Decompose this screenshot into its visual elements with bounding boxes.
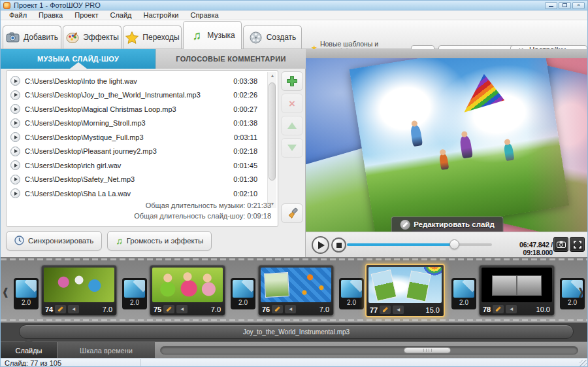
tab-music[interactable]: ♫ Музыка bbox=[183, 21, 242, 49]
remove-track-button[interactable]: × bbox=[281, 94, 303, 113]
volume-effects-button[interactable]: ♫ Громкость и эффекты bbox=[107, 231, 212, 251]
add-track-button[interactable] bbox=[281, 71, 303, 91]
snapshot-camera-icon bbox=[557, 241, 566, 248]
transition-item[interactable]: 2.0 bbox=[14, 278, 39, 309]
clear-list-button[interactable] bbox=[281, 203, 303, 223]
track-path: C:\Users\Desktop\Joy_to_the_World_Instru… bbox=[25, 91, 229, 99]
edit-slide-button[interactable]: Редактировать слайд bbox=[391, 217, 504, 232]
tab-slides[interactable]: Слайды bbox=[1, 342, 57, 358]
tab-create[interactable]: Создать bbox=[243, 26, 302, 49]
track-row[interactable]: C:\Users\Desktop\Joy_to_the_World_Instru… bbox=[10, 88, 267, 102]
play-button[interactable] bbox=[312, 236, 329, 254]
scrollbar-thumb[interactable] bbox=[269, 82, 276, 181]
play-track-icon[interactable] bbox=[10, 76, 20, 86]
menu-settings[interactable]: Настройки bbox=[138, 10, 185, 20]
track-row[interactable]: C:\Users\Desktop\Sha La La.wav0:02:10 bbox=[10, 186, 267, 200]
transition-item[interactable]: 2.0 bbox=[451, 278, 476, 309]
menu-project[interactable]: Проект bbox=[69, 10, 104, 20]
slide-item-76[interactable]: 76 ◄ 7.0 bbox=[258, 265, 334, 316]
track-row[interactable]: C:\Users\Desktop\Into the light.wav0:03:… bbox=[10, 74, 267, 88]
track-row[interactable]: C:\Users\Desktop\rich girl.wav0:01:45 bbox=[10, 158, 267, 172]
menu-slide[interactable]: Слайд bbox=[104, 10, 137, 20]
slide-sound-button[interactable]: ◄ bbox=[285, 305, 296, 313]
tab-add-label: Добавить bbox=[24, 33, 58, 42]
slide-edit-button[interactable] bbox=[55, 305, 66, 313]
total-music-duration: Общая длительность музыки: 0:21:33 bbox=[146, 201, 271, 209]
minimize-button[interactable] bbox=[545, 2, 557, 9]
resize-grip[interactable] bbox=[580, 360, 587, 367]
track-row[interactable]: C:\Users\Desktop\Morning_Stroll.mp30:01:… bbox=[10, 116, 267, 130]
play-track-icon[interactable] bbox=[10, 175, 20, 184]
timeline-next-icon[interactable]: › bbox=[578, 278, 584, 304]
transition-item[interactable]: 2.0 bbox=[231, 278, 255, 309]
play-track-icon[interactable] bbox=[10, 90, 20, 100]
play-track-icon[interactable] bbox=[10, 118, 20, 128]
slide-sound-button[interactable]: ◄ bbox=[393, 306, 404, 314]
slide-edit-button[interactable] bbox=[493, 305, 504, 313]
track-row[interactable]: C:\Users\Desktop\Safety_Net.mp30:01:30 bbox=[10, 173, 267, 186]
fullscreen-button[interactable] bbox=[570, 237, 585, 252]
slide-item-75[interactable]: 75 ◄ 7.0 bbox=[150, 265, 225, 316]
timeline-scrollbar[interactable] bbox=[160, 346, 578, 355]
tab-transitions[interactable]: Переходы bbox=[123, 26, 182, 49]
track-row[interactable]: C:\Users\Desktop\Pleasant journey2.mp30:… bbox=[10, 145, 267, 158]
speaker-icon: ◄ bbox=[71, 307, 76, 312]
slide-sound-button[interactable]: ◄ bbox=[176, 305, 188, 313]
scroll-up-icon[interactable]: ▲ bbox=[268, 72, 277, 80]
play-track-icon[interactable] bbox=[10, 132, 20, 142]
transition-duration: 2.0 bbox=[453, 298, 474, 307]
slide-duration: 7.0 bbox=[103, 306, 114, 313]
tab-add[interactable]: Добавить bbox=[3, 26, 61, 49]
window-title: Проект 1 - ФотоШОУ PRO bbox=[14, 1, 545, 10]
close-button[interactable]: × bbox=[572, 2, 585, 9]
slide-item-74[interactable]: 74 ◄ 7.0 bbox=[41, 265, 117, 316]
status-bar: Слайд: 77 из 105 bbox=[1, 358, 587, 367]
tab-slideshow-music[interactable]: МУЗЫКА СЛАЙД-ШОУ bbox=[1, 49, 155, 69]
track-duration: 0:01:45 bbox=[229, 162, 257, 169]
tab-voice-comments[interactable]: ГОЛОСОВЫЕ КОММЕНТАРИИ bbox=[155, 49, 306, 69]
timeline-scrollbar-thumb[interactable] bbox=[404, 347, 451, 353]
seek-slider[interactable] bbox=[347, 243, 492, 246]
move-track-down-button[interactable] bbox=[281, 138, 303, 158]
slide-edit-button[interactable] bbox=[272, 305, 283, 313]
menu-help[interactable]: Справка bbox=[184, 10, 224, 20]
player-bar: 06:47.842 / 09:18.000 bbox=[306, 232, 588, 257]
play-track-icon[interactable] bbox=[10, 188, 20, 198]
slide-item-78[interactable]: 78 ◄ 10.0 bbox=[479, 265, 555, 316]
figure-graphic bbox=[439, 153, 449, 170]
track-row[interactable]: C:\Users\Desktop\Magical Christmas Loop.… bbox=[10, 102, 267, 116]
speaker-icon: ◄ bbox=[180, 307, 185, 312]
transition-item[interactable]: 2.0 bbox=[339, 278, 364, 309]
track-duration: 0:01:30 bbox=[229, 175, 257, 183]
play-track-icon[interactable] bbox=[10, 160, 20, 170]
seek-thumb[interactable] bbox=[449, 239, 459, 249]
tab-time-scale[interactable]: Шкала времени bbox=[57, 342, 155, 358]
slide-preview[interactable]: Редактировать слайд bbox=[306, 58, 588, 232]
toolbar: Добавить Эффекты Переходы ♫ Музыка bbox=[1, 20, 587, 49]
transition-duration: 2.0 bbox=[124, 298, 145, 307]
track-duration: 0:02:18 bbox=[229, 147, 257, 155]
stop-button[interactable] bbox=[331, 237, 346, 253]
transition-icon bbox=[124, 280, 145, 298]
slide-duration: 15.0 bbox=[426, 306, 442, 314]
slide-sound-button[interactable]: ◄ bbox=[506, 305, 517, 313]
menu-file[interactable]: Файл bbox=[3, 10, 33, 20]
slide-sound-button[interactable]: ◄ bbox=[68, 305, 79, 313]
slide-edit-button[interactable] bbox=[380, 306, 391, 314]
play-track-icon[interactable] bbox=[10, 147, 20, 156]
menu-edit[interactable]: Правка bbox=[33, 10, 69, 20]
timeline-prev-icon[interactable]: ‹ bbox=[3, 278, 8, 304]
track-row[interactable]: C:\Users\Desktop\Mystique_Full.mp30:03:1… bbox=[10, 130, 267, 144]
audio-track-bar[interactable]: Joy_to_the_World_Instrumental.mp3 bbox=[19, 324, 574, 339]
play-track-icon[interactable] bbox=[10, 104, 20, 114]
synchronize-button[interactable]: Синхронизировать bbox=[6, 231, 102, 251]
tab-effects[interactable]: Эффекты bbox=[63, 26, 122, 49]
slide-edit-button[interactable] bbox=[163, 305, 174, 313]
slide-item-77-selected[interactable]: 77 ◄ 15.0 bbox=[365, 264, 445, 317]
list-scrollbar[interactable]: ▲ ▼ bbox=[267, 72, 276, 208]
move-track-up-button[interactable] bbox=[281, 116, 303, 135]
track-path: C:\Users\Desktop\Morning_Stroll.mp3 bbox=[25, 119, 229, 127]
snapshot-button[interactable] bbox=[553, 237, 568, 252]
maximize-button[interactable] bbox=[559, 2, 571, 9]
transition-item[interactable]: 2.0 bbox=[122, 278, 147, 309]
